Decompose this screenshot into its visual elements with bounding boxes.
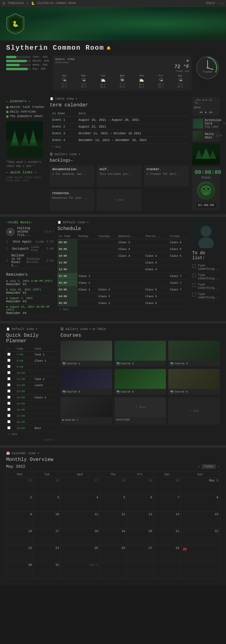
courses-view-dropdown[interactable]: ▾: [89, 327, 91, 331]
prev-icon[interactable]: ⏮: [200, 110, 203, 114]
todo-checkbox-1[interactable]: [192, 264, 196, 268]
planner-check-15[interactable]: [7, 402, 10, 405]
prev-month-button[interactable]: ‹: [198, 465, 200, 469]
backlog-card-self[interactable]: self. This includes jou...: [97, 165, 141, 187]
track-name: Falling asleep tryi...: [17, 227, 42, 237]
hamburger-icon[interactable]: ☰: [2, 2, 5, 5]
calendar-week-3: 9 10 11 12 13 14 15: [6, 512, 220, 528]
page-breadcrumb-title[interactable]: Slytherin Common Room: [37, 2, 76, 5]
planner-row-19: 19:00 Rest: [6, 425, 57, 431]
music-play-button[interactable]: ▶: [6, 228, 15, 236]
next-icon[interactable]: ⏭: [209, 110, 212, 114]
planner-check-7[interactable]: [7, 353, 10, 356]
course-card-3[interactable]: 📷Course 3: [168, 341, 220, 366]
planner-pomodoro[interactable]: The pomodoro sheet: [6, 114, 46, 119]
page-breadcrumb: 🐍: [31, 2, 35, 5]
pomodoro-time: 00:00:00: [195, 169, 217, 175]
courses-title: Courses: [60, 333, 220, 338]
todo-checkbox-2[interactable]: [192, 274, 196, 278]
course-card-7[interactable]: ▶Course 7: [60, 397, 112, 425]
planner-check-9[interactable]: [7, 365, 10, 368]
share-button[interactable]: Share: [206, 2, 215, 5]
shuffle-icon[interactable]: ⟨⟩: [45, 230, 48, 233]
courses-add-button[interactable]: + New: [168, 397, 220, 425]
add-schedule-button[interactable]: + New: [57, 307, 189, 312]
weather-forecast: Sun🌤77.364.1 Mon🌤74.964.5 Tue⛅83.166.8 W…: [55, 74, 189, 88]
course-card-untitled[interactable]: + New Untitled: [115, 397, 166, 425]
repeat-icon[interactable]: ↻: [49, 230, 51, 233]
page-title-bar: Slytherin Common Room 🔔: [0, 40, 226, 56]
planner-check-19[interactable]: [7, 426, 10, 429]
calendar-view-dropdown[interactable]: ▾: [37, 451, 39, 455]
todo-checkbox-4[interactable]: [192, 293, 196, 297]
playlist-item-1[interactable]: 1 Once Again CLANN 5:58: [6, 239, 54, 245]
playlist-card-1[interactable]: Extension Cord Fog Lake 3:30: [192, 118, 220, 129]
backlog-add-button[interactable]: + New: [97, 189, 141, 211]
table-view-label[interactable]: table view: [55, 97, 74, 101]
planner-check-12[interactable]: [7, 383, 10, 386]
schedule-row-2: 02:00 Class 1 Class 7: [57, 280, 189, 286]
svg-point-29: [201, 226, 212, 237]
planner-check-10[interactable]: [7, 371, 10, 374]
course-card-5[interactable]: 📷Course 5: [115, 369, 166, 395]
planner-master-tracker[interactable]: master task tracker: [6, 105, 46, 109]
add-planner-button[interactable]: + New: [6, 431, 57, 437]
planner-check-11[interactable]: [7, 377, 10, 380]
next-month-button[interactable]: ›: [218, 465, 220, 469]
planner-check-16[interactable]: [7, 408, 10, 411]
course-card-2[interactable]: 📷Course 2: [115, 341, 166, 366]
play-pause-icon[interactable]: ▶: [205, 110, 207, 114]
gallery-view-label[interactable]: Gallery view: [55, 153, 77, 156]
backlog-card-documentation[interactable]: documentation. 1 for weekbok, wat...: [50, 165, 94, 187]
playlist-item-2[interactable]: 2 Sociopath Lucas King 5:06: [6, 245, 54, 253]
planner-view-icon: 📋: [6, 327, 10, 331]
reminders-section: Reminders ♦ July 2, 2021 3:00 PM (PST) R…: [6, 272, 54, 316]
table-row: Event 3 October 11, 2021 → October 16 20…: [50, 131, 188, 137]
planner-check-13[interactable]: [7, 389, 10, 393]
music-header: –study music–: [6, 220, 54, 224]
todo-item-2[interactable]: Type something...: [192, 272, 220, 282]
playlist-card-2[interactable]: Rainy Days 1:47: [192, 130, 220, 142]
courses-view-label[interactable]: Gallery view: [65, 328, 88, 331]
templates-breadcrumb[interactable]: Templates: [8, 2, 24, 5]
course-card-6[interactable]: 📷Course 6: [168, 369, 220, 395]
star-icon[interactable]: ☆: [217, 2, 219, 5]
calendar-view-label[interactable]: Calendar view: [12, 452, 36, 455]
schedule-row-1: 01:00 Class 1 Class 7: [57, 273, 189, 280]
gallery-view-dropdown[interactable]: ▾: [79, 152, 80, 156]
heart-icon[interactable]: ♡: [52, 230, 54, 233]
todo-item-4[interactable]: Type something...: [192, 291, 220, 301]
backlog-card-resources[interactable]: resources. Resources for your ...: [50, 189, 94, 211]
quick-planner-title: Quick Daily Planner: [6, 333, 57, 344]
courses-table-label[interactable]: Table: [97, 328, 106, 331]
planner-check-14[interactable]: [7, 396, 10, 399]
course-card-4[interactable]: 📷Course 4: [60, 369, 112, 395]
planner-view-dropdown[interactable]: ▾: [36, 327, 37, 331]
today-button[interactable]: Today: [202, 464, 216, 469]
planner-check-18[interactable]: [7, 420, 10, 423]
backlogs-section: 🖼 Gallery view ▾ backlogs– documentation…: [50, 152, 189, 211]
backlog-card-tracker[interactable]: tracker. 1 Tracker for peri...: [144, 165, 189, 187]
planner-view-label[interactable]: Default view: [12, 328, 34, 331]
todo-item-1[interactable]: Type something...: [192, 263, 220, 272]
course-card-1[interactable]: 📷Course 1: [60, 341, 112, 366]
todo-checkbox-3[interactable]: [192, 283, 196, 287]
planner-daily-overview[interactable]: daily overview: [6, 109, 46, 114]
spotify-controls[interactable]: ⏮ ▶ ⏭: [194, 110, 218, 114]
more-icon[interactable]: ⋯: [222, 2, 224, 5]
section-divider-2: [0, 321, 226, 324]
progress-section: Year: 41% Month: 84% Week: 55% Day: 88%: [6, 56, 49, 71]
term-calendar-table: As Name Date Event 1 August 16, 2021 → A…: [50, 110, 189, 144]
spotify-player: ♫ You are at H... @Ame ⏮ ▶ ⏭: [192, 97, 220, 116]
playlist-item-3[interactable]: 3 Ballade in C# Minor C... Nicholas Brit…: [6, 253, 54, 269]
track-controls[interactable]: ⟨⟩ ↻ ♡: [45, 230, 54, 233]
backlogs-title: backlogs–: [50, 158, 189, 163]
schedule-view-dropdown[interactable]: ▾: [87, 220, 89, 224]
schedule-view-label[interactable]: Default view: [63, 221, 85, 224]
todo-item-3[interactable]: Type something...: [192, 282, 220, 291]
planner-check-8[interactable]: [7, 359, 10, 362]
schedule-row-9: 09:00 Class 3 Class 6: [57, 246, 189, 253]
planner-check-17[interactable]: [7, 414, 10, 417]
add-event-button[interactable]: + New: [50, 144, 189, 150]
view-dropdown-icon[interactable]: ▾: [76, 97, 77, 101]
